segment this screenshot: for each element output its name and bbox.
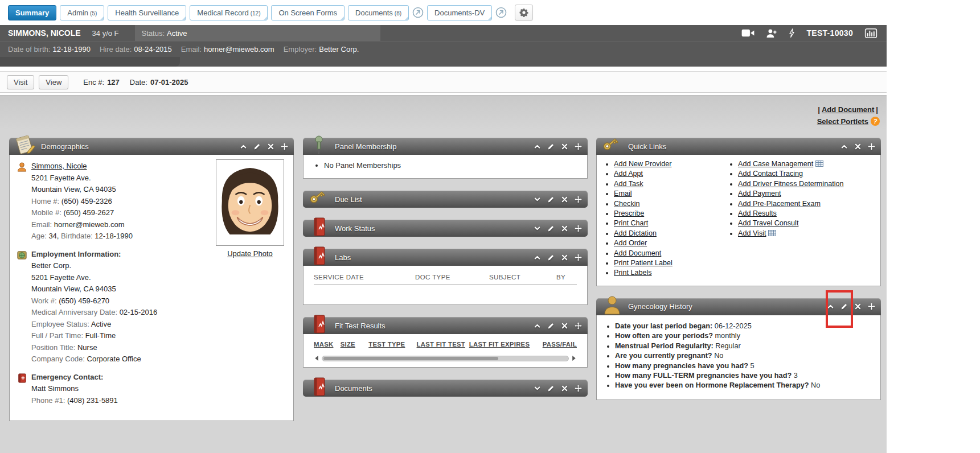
list-item: How often are your periods? monthly: [615, 331, 876, 341]
sort-column-header[interactable]: MASK: [314, 341, 341, 348]
expand-icon[interactable]: [534, 225, 541, 232]
collapse-icon[interactable]: [534, 322, 541, 330]
move-icon[interactable]: [575, 322, 582, 330]
portlet-header[interactable]: Gynecology History: [596, 298, 881, 315]
sort-column-header[interactable]: PASS/FAIL: [543, 341, 577, 348]
scroll-left-icon[interactable]: [314, 355, 319, 361]
quick-link[interactable]: Add Results: [738, 209, 777, 217]
video-camera-icon[interactable]: [741, 28, 755, 38]
quick-link[interactable]: Print Chart: [614, 219, 648, 227]
move-icon[interactable]: [575, 143, 582, 150]
portlet-header[interactable]: Panel Membership: [303, 138, 588, 155]
quick-link[interactable]: Add Document: [614, 249, 661, 257]
tab-admin[interactable]: Admin(5): [60, 5, 104, 20]
sort-column-header[interactable]: SIZE: [341, 341, 369, 348]
portlet-header[interactable]: Due List: [303, 191, 588, 208]
collapse-icon[interactable]: [534, 254, 541, 261]
collapse-icon[interactable]: [827, 303, 834, 310]
portlet-header[interactable]: Demographics: [9, 138, 294, 155]
sort-column-header[interactable]: LAST FIT EXPIRES: [469, 341, 543, 348]
quick-link[interactable]: Add Contact Tracing: [738, 170, 803, 178]
collapse-icon[interactable]: [840, 143, 848, 150]
close-icon[interactable]: [561, 196, 568, 203]
tab-health-surveillance[interactable]: Health Surveillance: [108, 5, 186, 20]
edit-icon[interactable]: [547, 143, 555, 150]
collapse-icon[interactable]: [240, 143, 247, 150]
quick-link[interactable]: Add Order: [614, 239, 647, 247]
quick-link[interactable]: Add New Provider: [614, 160, 672, 168]
quick-link[interactable]: Add Visit: [738, 229, 766, 237]
patient-name-link[interactable]: Simmons, Nicole: [31, 160, 87, 172]
list-item: Add Order: [614, 238, 723, 248]
move-icon[interactable]: [281, 143, 288, 150]
tab-summary[interactable]: Summary: [8, 5, 56, 20]
edit-icon[interactable]: [547, 385, 555, 392]
quick-link[interactable]: Add Case Management: [738, 160, 813, 168]
quick-link[interactable]: Prescribe: [614, 209, 644, 217]
sort-column-header[interactable]: LAST FIT TEST: [417, 341, 469, 348]
move-icon[interactable]: [575, 225, 582, 232]
edit-icon[interactable]: [547, 225, 555, 232]
close-icon[interactable]: [561, 225, 568, 232]
popout-arrow-icon[interactable]: [412, 7, 424, 18]
add-document-link[interactable]: Add Document: [822, 105, 874, 114]
quick-link[interactable]: Add Payment: [738, 190, 781, 197]
help-icon[interactable]: ?: [871, 117, 880, 126]
quick-link[interactable]: Add Appt: [614, 170, 643, 178]
quick-link[interactable]: Print Labels: [614, 269, 652, 277]
scroll-right-icon[interactable]: [572, 355, 577, 361]
quick-link[interactable]: Add Travel Consult: [738, 219, 798, 227]
expand-icon[interactable]: [534, 196, 541, 203]
update-photo-link[interactable]: Update Photo: [227, 249, 273, 258]
close-icon[interactable]: [854, 143, 862, 150]
settings-button[interactable]: [515, 5, 533, 20]
close-icon[interactable]: [561, 385, 568, 392]
portlet-header[interactable]: Documents: [303, 380, 588, 397]
tab-documents[interactable]: Documents(8): [348, 5, 409, 20]
quick-link[interactable]: Add Dictation: [614, 229, 657, 237]
portlet-header[interactable]: Fit Test Results: [303, 317, 588, 334]
quick-link[interactable]: Add Task: [614, 180, 643, 188]
view-button[interactable]: View: [39, 75, 68, 89]
close-icon[interactable]: [561, 322, 568, 330]
scrollbar-track[interactable]: [322, 356, 569, 361]
edit-icon[interactable]: [253, 143, 261, 150]
scrollbar-thumb[interactable]: [323, 357, 498, 360]
lightning-icon[interactable]: [789, 28, 795, 38]
close-icon[interactable]: [854, 303, 862, 310]
quick-link[interactable]: Add Driver Fitness Determination: [738, 180, 843, 188]
move-icon[interactable]: [575, 254, 582, 261]
bar-chart-icon[interactable]: [864, 28, 878, 38]
sort-column-header[interactable]: TEST TYPE: [368, 341, 416, 348]
tab-documents-dv[interactable]: Documents-DV: [427, 5, 492, 20]
close-icon[interactable]: [561, 254, 568, 261]
collapse-icon[interactable]: [534, 143, 541, 150]
portlet-header[interactable]: Quick Links: [596, 138, 881, 155]
portlet-header[interactable]: Work Status: [303, 220, 588, 237]
edit-icon[interactable]: [547, 196, 555, 203]
portlet-header[interactable]: Labs: [303, 249, 588, 266]
close-icon[interactable]: [561, 143, 568, 150]
quick-link[interactable]: Email: [614, 190, 632, 197]
move-icon[interactable]: [868, 143, 875, 150]
page-actions: |Add Document| Select Portlets?: [816, 104, 880, 127]
portlet-work-status: Work Status: [303, 220, 588, 237]
expand-icon[interactable]: [534, 385, 541, 392]
close-icon[interactable]: [267, 143, 274, 150]
visit-button[interactable]: Visit: [7, 75, 34, 89]
select-portlets-link[interactable]: Select Portlets: [817, 117, 868, 126]
person-add-icon[interactable]: [766, 28, 777, 38]
tab-on-screen-forms[interactable]: On Screen Forms: [271, 5, 345, 20]
tab-medical-record[interactable]: Medical Record(12): [190, 5, 268, 20]
edit-icon[interactable]: [840, 303, 848, 310]
popout-arrow-icon[interactable]: [495, 7, 507, 18]
edit-icon[interactable]: [547, 322, 555, 330]
edit-icon[interactable]: [547, 254, 555, 261]
quick-link[interactable]: Checkin: [614, 200, 640, 208]
quick-link[interactable]: Print Patient Label: [614, 259, 673, 267]
column-header: BY: [556, 274, 577, 281]
move-icon[interactable]: [575, 196, 582, 203]
move-icon[interactable]: [575, 385, 582, 392]
move-icon[interactable]: [868, 303, 875, 310]
quick-link[interactable]: Add Pre-Placement Exam: [738, 200, 821, 208]
